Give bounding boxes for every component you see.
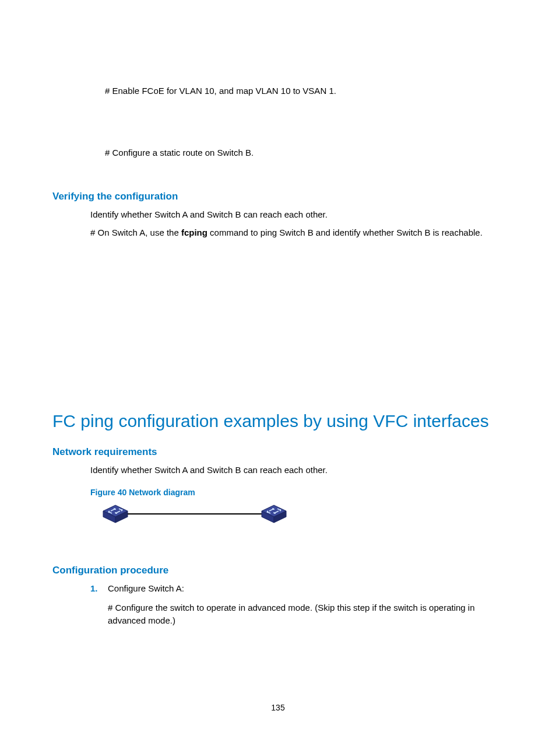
step-substep: # Configure the switch to operate in adv… — [108, 601, 504, 628]
command-name: fcping — [181, 228, 207, 237]
body-text: # On Switch A, use the fcping command to… — [90, 226, 504, 239]
switch-icon — [102, 504, 129, 524]
figure-caption: Figure 40 Network diagram — [90, 488, 504, 497]
text-fragment: command to ping Switch B and identify wh… — [207, 228, 483, 237]
section-heading-verifying: Verifying the configuration — [52, 191, 504, 202]
config-comment: # Enable FCoE for VLAN 10, and map VLAN … — [105, 85, 504, 97]
network-diagram — [102, 504, 504, 524]
page-number: 135 — [0, 703, 556, 712]
page-title: FC ping configuration examples by using … — [52, 411, 504, 432]
procedure-step: 1. Configure Switch A: — [90, 582, 504, 596]
section-heading-network-req: Network requirements — [52, 446, 504, 458]
section-heading-config-proc: Configuration procedure — [52, 565, 504, 576]
config-comment: # Configure a static route on Switch B. — [105, 146, 504, 159]
text-fragment: # On Switch A, use the — [90, 228, 181, 237]
body-text: Identify whether Switch A and Switch B c… — [90, 208, 504, 220]
switch-icon — [261, 504, 287, 524]
body-text: Identify whether Switch A and Switch B c… — [90, 464, 504, 476]
connection-line — [128, 513, 262, 514]
step-number: 1. — [90, 582, 108, 596]
step-text: Configure Switch A: — [108, 582, 504, 596]
